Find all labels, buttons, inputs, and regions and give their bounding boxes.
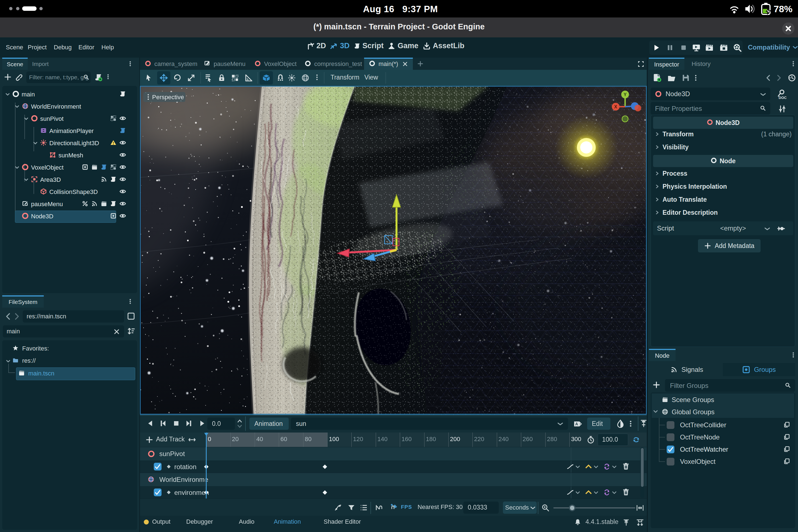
svg-text:Perspective: Perspective: [152, 94, 184, 100]
svg-text:DOC: DOC: [779, 96, 787, 100]
svg-text:Y: Y: [624, 92, 627, 97]
svg-text:A: A: [575, 422, 578, 426]
svg-text:X: X: [614, 104, 618, 109]
